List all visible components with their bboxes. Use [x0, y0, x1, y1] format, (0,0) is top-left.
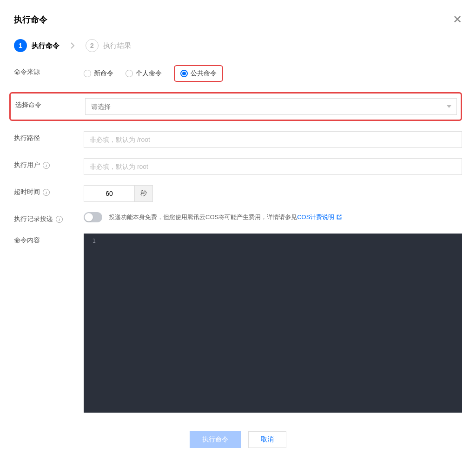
- radio-circle-icon: [126, 70, 133, 77]
- label-text: 执行用户: [14, 161, 40, 169]
- row-select-command: 选择命令: [15, 98, 457, 115]
- delivery-line: 投递功能本身免费，但您使用腾讯云COS将可能产生费用，详情请参见COS计费说明: [84, 212, 462, 222]
- label-text: 超时时间: [14, 188, 40, 196]
- radio-group-command-source: 新命令 个人命令 公共命令: [84, 65, 462, 82]
- line-number: 1: [88, 237, 96, 244]
- label-select-command: 选择命令: [15, 98, 85, 109]
- radio-personal-command[interactable]: 个人命令: [126, 69, 162, 78]
- row-command-source: 命令来源 新命令 个人命令 公共命令: [14, 65, 462, 82]
- radio-circle-icon: [180, 70, 188, 77]
- exec-user-input[interactable]: [84, 158, 462, 175]
- info-icon[interactable]: i: [43, 162, 50, 169]
- select-command-input[interactable]: [85, 98, 457, 115]
- exec-path-input[interactable]: [84, 131, 462, 148]
- label-text: 执行记录投递: [14, 215, 53, 223]
- row-exec-path: 执行路径: [14, 131, 462, 148]
- label-exec-user: 执行用户 i: [14, 158, 84, 169]
- label-command-content: 命令内容: [14, 234, 84, 245]
- note-prefix: 投递功能本身免费，但您使用腾讯云COS将可能产生费用，详情请参见: [109, 214, 297, 220]
- highlight-badge-public-command: 公共命令: [174, 65, 223, 82]
- timeout-stepper: 秒: [84, 185, 462, 202]
- cos-billing-link[interactable]: COS计费说明: [297, 214, 342, 220]
- close-icon[interactable]: ✕: [453, 14, 462, 25]
- step-execute-result: 2 执行结果: [86, 39, 131, 52]
- stepper: 1 执行命令 2 执行结果: [14, 39, 462, 52]
- label-delivery: 执行记录投递 i: [14, 212, 84, 223]
- info-icon[interactable]: i: [56, 216, 63, 223]
- radio-public-command[interactable]: 公共命令: [180, 69, 217, 78]
- info-icon[interactable]: i: [43, 189, 50, 196]
- step-label: 执行命令: [32, 41, 60, 50]
- row-command-content: 命令内容 1: [14, 234, 462, 413]
- dialog-header: 执行命令 ✕: [14, 14, 462, 25]
- editor-code-area[interactable]: [100, 234, 462, 413]
- toggle-knob-icon: [85, 213, 93, 221]
- timeout-input[interactable]: [84, 185, 135, 202]
- dialog-title: 执行命令: [14, 14, 47, 25]
- select-command-dropdown[interactable]: [85, 98, 457, 115]
- command-content-editor[interactable]: 1: [84, 234, 462, 413]
- chevron-right-icon: [70, 42, 75, 49]
- label-command-source: 命令来源: [14, 65, 84, 76]
- step-execute-command: 1 执行命令: [14, 39, 60, 52]
- radio-new-command[interactable]: 新命令: [84, 69, 113, 78]
- radio-label: 个人命令: [136, 69, 162, 78]
- row-exec-user: 执行用户 i: [14, 158, 462, 175]
- cancel-button[interactable]: 取消: [248, 431, 286, 448]
- row-timeout: 超时时间 i 秒: [14, 185, 462, 202]
- radio-label: 公共命令: [191, 69, 217, 78]
- row-delivery: 执行记录投递 i 投递功能本身免费，但您使用腾讯云COS将可能产生费用，详情请参…: [14, 212, 462, 223]
- row-select-command-highlight: 选择命令: [9, 92, 462, 121]
- radio-label: 新命令: [94, 69, 113, 78]
- external-link-icon: [336, 214, 342, 220]
- delivery-toggle[interactable]: [84, 212, 102, 222]
- step-number: 1: [14, 39, 27, 52]
- dialog-footer: 执行命令 取消: [14, 431, 462, 448]
- step-label: 执行结果: [103, 41, 131, 50]
- radio-circle-icon: [84, 70, 91, 77]
- timeout-unit: 秒: [135, 185, 153, 202]
- label-exec-path: 执行路径: [14, 131, 84, 142]
- editor-gutter: 1: [84, 234, 100, 413]
- execute-button[interactable]: 执行命令: [190, 431, 241, 448]
- delivery-note: 投递功能本身免费，但您使用腾讯云COS将可能产生费用，详情请参见COS计费说明: [109, 213, 342, 221]
- step-number: 2: [86, 39, 99, 52]
- label-timeout: 超时时间 i: [14, 185, 84, 196]
